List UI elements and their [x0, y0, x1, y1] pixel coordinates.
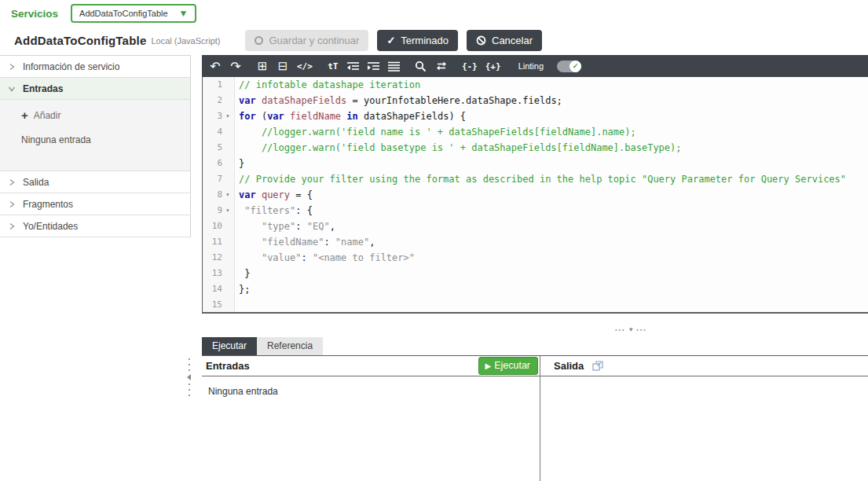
vertical-splitter-handle[interactable] — [187, 358, 191, 397]
code-line[interactable]: 3▾for (var fieldName in dataShapeFields)… — [203, 108, 868, 124]
line-number: 14 — [203, 281, 222, 297]
code-line[interactable]: 7// Provide your filter using the format… — [203, 171, 868, 187]
editor-toolbar: ↶ ↷ ⊞ ⊟ </> tT {-} {+} Linting ✓ — [202, 55, 868, 77]
tab-referencia[interactable]: Referencia — [257, 337, 323, 355]
code-text: } — [235, 266, 250, 281]
code-line[interactable]: 4 //logger.warn('field name is ' + dataS… — [203, 124, 868, 140]
code-text: // infotable datashape iteration — [235, 77, 420, 93]
comment-add-icon[interactable]: ⊞ — [256, 59, 269, 73]
code-line[interactable]: 12 "value": "<name to filter>" — [203, 250, 868, 266]
tab-ejecutar[interactable]: Ejecutar — [202, 337, 257, 355]
linting-toggle[interactable]: ✓ — [557, 61, 581, 72]
code-line[interactable]: 8▾var query = { — [203, 187, 868, 203]
code-editor-area[interactable]: 1// infotable datashape iteration2var da… — [202, 77, 868, 314]
code-line[interactable]: 2var dataShapeFields = yourInfotableHere… — [203, 93, 868, 108]
no-inputs-text: Ninguna entrada — [21, 134, 190, 145]
entradas-pane-empty-text: Ninguna entrada — [202, 376, 540, 406]
splitter-caret-down-icon: ▼ — [628, 326, 634, 333]
fold-marker-icon[interactable]: ▾ — [222, 187, 233, 203]
save-continue-button[interactable]: Guardar y continuar — [245, 30, 368, 51]
fold-marker-icon[interactable]: ▾ — [222, 203, 233, 218]
fold-gutter — [222, 171, 233, 187]
code-text: "filters": { — [235, 203, 313, 218]
bottom-tabs: Ejecutar Referencia — [202, 337, 868, 355]
horizontal-splitter-handle[interactable]: ••• ▼ ••• — [615, 326, 647, 333]
code-line[interactable]: 14}; — [203, 281, 868, 297]
code-text: } — [235, 156, 244, 171]
fold-gutter — [222, 77, 233, 93]
fold-marker-icon[interactable]: ▾ — [222, 108, 233, 124]
fold-gutter — [222, 234, 233, 250]
code-snippet-icon[interactable]: </> — [297, 59, 313, 73]
chevron-right-icon — [8, 178, 16, 186]
splitter-caret-left-icon — [187, 374, 191, 380]
unfold-all-icon[interactable]: {+} — [485, 59, 501, 73]
linting-label: Linting — [518, 61, 544, 71]
service-dropdown[interactable]: AddDataToConfigTable ▼ — [71, 4, 196, 23]
service-selector-bar: Servicios AddDataToConfigTable ▼ — [11, 4, 196, 23]
chevron-right-icon — [8, 63, 16, 71]
chevron-right-icon — [8, 222, 16, 230]
script-editor: ↶ ↷ ⊞ ⊟ </> tT {-} {+} Linting ✓ — [202, 55, 868, 314]
line-number: 4 — [203, 124, 222, 140]
code-line[interactable]: 15 — [203, 297, 868, 313]
outdent-icon[interactable] — [347, 59, 360, 73]
code-text: "fieldName": "name", — [235, 234, 375, 250]
fold-gutter — [222, 124, 233, 140]
sidebar-item-fragmentos[interactable]: Fragmentos — [0, 193, 190, 215]
code-line[interactable]: 5 //logger.warn('field basetype is ' + d… — [203, 140, 868, 156]
redo-icon[interactable]: ↷ — [229, 59, 242, 73]
sidebar-item-informacion-de-servicio[interactable]: Información de servicio — [0, 56, 190, 78]
code-text: "type": "EQ", — [235, 218, 335, 234]
code-line[interactable]: 9▾ "filters": { — [203, 203, 868, 218]
indent-icon[interactable] — [368, 59, 380, 73]
sidebar-item-salida[interactable]: Salida — [0, 171, 190, 193]
sidebar-item-yo-entidades[interactable]: Yo/Entidades — [0, 215, 190, 237]
code-line[interactable]: 10 "type": "EQ", — [203, 218, 868, 234]
code-text — [235, 297, 239, 313]
search-icon[interactable] — [415, 59, 427, 73]
salida-pane-body — [540, 376, 868, 395]
title-bar: AddDataToConfigTable Local (JavaScript) … — [14, 30, 542, 51]
done-button[interactable]: ✓ Terminado — [377, 30, 458, 51]
execute-button[interactable]: ▶ Ejecutar — [478, 357, 538, 375]
fold-gutter — [222, 140, 233, 156]
line-number: 5 — [203, 140, 222, 156]
check-icon: ✓ — [386, 35, 395, 46]
code-text: for (var fieldName in dataShapeFields) { — [235, 108, 466, 124]
replace-icon[interactable] — [435, 59, 448, 73]
cancel-button[interactable]: Cancelar — [467, 30, 542, 51]
line-number: 3 — [203, 108, 222, 124]
entradas-pane: Entradas ▶ Ejecutar Ninguna entrada — [202, 356, 540, 481]
plus-icon: + — [21, 111, 28, 120]
chevron-down-icon: ▼ — [179, 9, 189, 17]
code-text: //logger.warn('field name is ' + dataSha… — [235, 124, 636, 140]
code-line[interactable]: 13 } — [203, 266, 868, 281]
services-label: Servicios — [11, 8, 58, 20]
code-line[interactable]: 11 "fieldName": "name", — [203, 234, 868, 250]
line-number: 13 — [203, 266, 222, 281]
line-number: 12 — [203, 250, 222, 266]
comment-remove-icon[interactable]: ⊟ — [277, 59, 289, 73]
line-number: 2 — [203, 93, 222, 108]
code-text: "value": "<name to filter>" — [235, 250, 415, 266]
format-code-icon[interactable] — [388, 59, 401, 73]
code-text: }; — [235, 281, 250, 297]
code-text: // Provide your filter using the format … — [235, 171, 846, 187]
fold-gutter — [222, 156, 233, 171]
undo-icon[interactable]: ↶ — [209, 59, 222, 73]
code-lines: 1// infotable datashape iteration2var da… — [203, 77, 868, 313]
toggle-check-icon: ✓ — [570, 61, 581, 72]
open-in-new-window-icon[interactable] — [592, 361, 603, 371]
bottom-panel: Ejecutar Referencia Entradas ▶ Ejecutar … — [202, 337, 868, 481]
sidebar-item-entradas[interactable]: Entradas — [0, 78, 190, 100]
fold-all-icon[interactable]: {-} — [462, 59, 478, 73]
add-input-button[interactable]: + Añadir — [21, 110, 190, 121]
font-size-icon[interactable]: tT — [327, 59, 339, 73]
code-line[interactable]: 6} — [203, 156, 868, 171]
code-text: //logger.warn('field basetype is ' + dat… — [235, 140, 682, 156]
page-title: AddDataToConfigTable — [14, 34, 146, 47]
line-number: 15 — [203, 297, 222, 313]
chevron-right-icon — [8, 200, 16, 208]
code-line[interactable]: 1// infotable datashape iteration — [203, 77, 868, 93]
